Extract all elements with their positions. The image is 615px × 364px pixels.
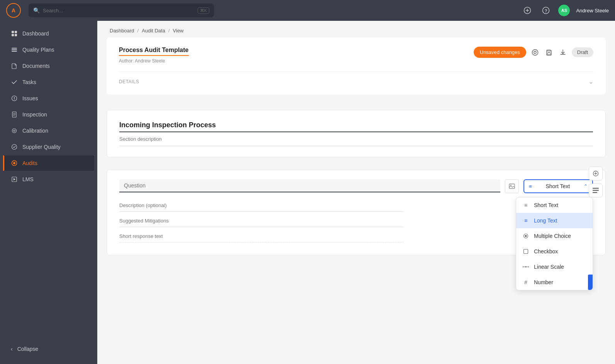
save-button[interactable] bbox=[544, 47, 554, 57]
dropdown-item-linear-scale[interactable]: Linear Scale bbox=[516, 259, 593, 275]
dropdown-item-checkbox[interactable]: Checkbox bbox=[516, 244, 593, 259]
collapse-label: Collapse bbox=[17, 346, 38, 352]
sidebar-item-calibration[interactable]: Calibration bbox=[3, 123, 94, 138]
sidebar-item-supplier-quality[interactable]: Supplier Quality bbox=[3, 139, 94, 155]
dropdown-item-label: Checkbox bbox=[534, 248, 558, 254]
type-dropdown-value: Short Text bbox=[546, 183, 570, 189]
question-row: ≡ Short Text ⌃ bbox=[119, 179, 593, 193]
sidebar-item-label: Inspection bbox=[22, 111, 47, 118]
dropdown-item-long-text[interactable]: ≡ Long Text bbox=[516, 213, 593, 228]
sidebar: Dashboard Quality Plans Documents Tasks … bbox=[0, 21, 97, 364]
search-icon: 🔍 bbox=[33, 7, 40, 13]
collapse-icon: ‹ bbox=[11, 346, 13, 352]
section-card bbox=[107, 110, 606, 157]
svg-point-26 bbox=[534, 51, 536, 54]
sidebar-item-audits[interactable]: Audits bbox=[3, 155, 94, 171]
issues-icon bbox=[11, 95, 18, 102]
dropdown-item-short-text[interactable]: ≡ Short Text bbox=[516, 197, 593, 213]
preview-button[interactable] bbox=[530, 47, 540, 57]
type-dropdown-menu: ≡ Short Text ≡ Long Text Multiple Choice bbox=[516, 197, 593, 290]
add-button[interactable] bbox=[521, 4, 534, 17]
svg-point-36 bbox=[525, 266, 527, 268]
search-shortcut: ⌘K bbox=[198, 7, 209, 14]
svg-point-14 bbox=[14, 99, 15, 100]
supplier-quality-icon bbox=[11, 143, 18, 150]
export-button[interactable] bbox=[558, 47, 568, 57]
multiple-choice-icon bbox=[522, 233, 529, 239]
dashboard-icon bbox=[11, 30, 18, 37]
svg-rect-28 bbox=[547, 53, 551, 55]
checkbox-icon bbox=[522, 249, 529, 254]
calibration-icon bbox=[11, 127, 18, 134]
svg-rect-10 bbox=[12, 49, 17, 50]
mitigations-input[interactable] bbox=[119, 215, 403, 227]
svg-rect-29 bbox=[509, 184, 515, 189]
sidebar-item-inspection[interactable]: Inspection bbox=[3, 107, 94, 122]
form-actions: Unsaved changes Draft bbox=[474, 47, 593, 58]
description-input[interactable] bbox=[119, 199, 403, 212]
breadcrumb-sep-2: / bbox=[168, 28, 170, 34]
sidebar-item-quality-plans[interactable]: Quality Plans bbox=[3, 42, 94, 57]
chevron-up-icon: ⌃ bbox=[584, 184, 588, 189]
add-section-button[interactable] bbox=[589, 167, 603, 180]
svg-rect-6 bbox=[15, 31, 17, 33]
details-toggle[interactable]: DETAILS ⌄ bbox=[119, 71, 593, 85]
svg-rect-33 bbox=[524, 249, 528, 254]
sidebar-item-label: Quality Plans bbox=[22, 47, 54, 53]
scroll-indicator bbox=[588, 275, 593, 290]
long-text-icon: ≡ bbox=[522, 217, 529, 224]
form-title: Process Audit Template bbox=[119, 47, 189, 56]
dropdown-item-label: Number bbox=[534, 279, 553, 285]
svg-point-25 bbox=[532, 49, 538, 55]
sidebar-item-issues[interactable]: Issues bbox=[3, 91, 94, 106]
sidebar-item-tasks[interactable]: Tasks bbox=[3, 74, 94, 90]
avatar: AS bbox=[558, 5, 570, 16]
quality-plans-icon bbox=[11, 46, 18, 53]
sidebar-item-label: Calibration bbox=[22, 128, 48, 134]
sidebar-item-label: Documents bbox=[22, 63, 50, 69]
svg-rect-43 bbox=[593, 192, 597, 193]
help-button[interactable]: ? bbox=[540, 4, 552, 17]
sidebar-item-label: Issues bbox=[22, 95, 38, 101]
topbar: A 🔍 ⌘K ? AS Andrew Steele bbox=[0, 0, 615, 21]
dropdown-item-label: Linear Scale bbox=[534, 264, 564, 270]
svg-rect-8 bbox=[15, 34, 17, 36]
main-content: Dashboard / Audit Data / View Process Au… bbox=[97, 21, 615, 364]
section-title-input[interactable] bbox=[119, 121, 593, 132]
dropdown-item-multiple-choice[interactable]: Multiple Choice bbox=[516, 228, 593, 244]
svg-point-20 bbox=[14, 130, 15, 131]
sidebar-item-label: Supplier Quality bbox=[22, 144, 61, 150]
sidebar-item-label: Dashboard bbox=[22, 30, 49, 37]
svg-rect-9 bbox=[12, 48, 17, 49]
section-description-input[interactable] bbox=[119, 132, 593, 146]
topbar-right: ? AS Andrew Steele bbox=[521, 4, 609, 17]
sidebar-item-lms[interactable]: LMS bbox=[3, 172, 94, 187]
format-button[interactable] bbox=[589, 184, 603, 197]
dropdown-item-label: Short Text bbox=[534, 202, 558, 208]
type-dropdown[interactable]: ≡ Short Text ⌃ bbox=[524, 179, 593, 193]
svg-rect-7 bbox=[12, 34, 14, 36]
breadcrumb-audit-data[interactable]: Audit Data bbox=[142, 28, 165, 34]
image-button[interactable] bbox=[505, 179, 519, 193]
search-input[interactable] bbox=[43, 8, 195, 13]
dropdown-item-number[interactable]: # Number bbox=[516, 275, 593, 290]
search-container: 🔍 ⌘K bbox=[29, 3, 214, 17]
draft-badge: Draft bbox=[572, 47, 593, 57]
short-text-icon: ≡ bbox=[522, 202, 529, 208]
sidebar-item-documents[interactable]: Documents bbox=[3, 58, 94, 74]
form-author: Author: Andrew Steele bbox=[119, 58, 189, 64]
collapse-button[interactable]: ‹ Collapse bbox=[3, 342, 94, 356]
user-name: Andrew Steele bbox=[576, 8, 609, 13]
unsaved-changes-button[interactable]: Unsaved changes bbox=[474, 47, 526, 58]
svg-rect-41 bbox=[593, 188, 599, 189]
question-card: ≡ Short Text ⌃ ≡ Short Text ≡ Long Text bbox=[107, 170, 606, 255]
type-dropdown-icon: ≡ bbox=[529, 184, 532, 189]
sidebar-item-dashboard[interactable]: Dashboard bbox=[3, 26, 94, 41]
question-input[interactable] bbox=[119, 179, 500, 192]
breadcrumb-dashboard[interactable]: Dashboard bbox=[110, 28, 134, 34]
response-input[interactable] bbox=[119, 230, 403, 243]
app-logo: A bbox=[6, 3, 21, 18]
sidebar-item-label: LMS bbox=[22, 176, 34, 182]
svg-point-19 bbox=[12, 129, 17, 133]
details-chevron-icon: ⌄ bbox=[588, 78, 594, 85]
